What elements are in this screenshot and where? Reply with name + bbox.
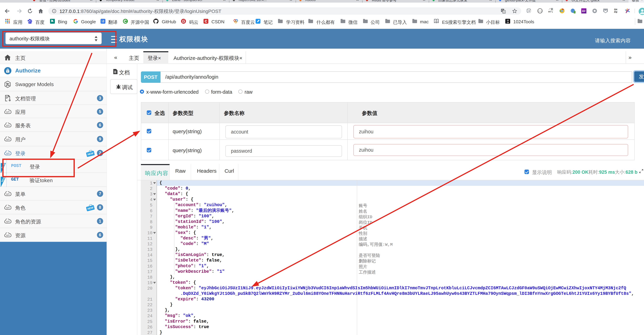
svg-text:RP: RP	[582, 10, 585, 12]
svg-text:API: API	[6, 206, 10, 209]
svg-text:译: 译	[102, 20, 104, 23]
svg-text:API: API	[6, 138, 10, 141]
svg-text:文: 文	[503, 10, 505, 13]
svg-text:du: du	[29, 22, 31, 24]
svg-text:10: 10	[507, 19, 509, 22]
svg-text:24: 24	[507, 22, 509, 24]
svg-text:API: API	[6, 124, 10, 127]
svg-text:E: E	[435, 20, 436, 22]
svg-text:API: API	[6, 111, 10, 113]
svg-text:API: API	[6, 193, 10, 196]
svg-text:API: API	[6, 234, 10, 237]
svg-text:{…}: {…}	[538, 10, 542, 12]
svg-text:S: S	[437, 20, 438, 22]
svg-text:API: API	[6, 152, 10, 155]
svg-text:API: API	[6, 220, 10, 223]
